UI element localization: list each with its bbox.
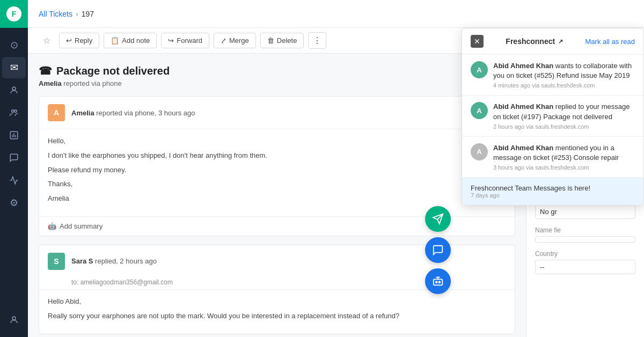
sidebar-bottom [2,309,26,337]
conv-meta-amelia: Amelia reported via phone, 3 hours ago [71,109,195,117]
prop-value-name[interactable] [535,236,635,243]
sidebar-item-chat[interactable] [2,147,26,169]
svg-rect-7 [434,279,443,285]
prop-value-assign2[interactable]: No gr [535,204,635,219]
notif-avatar-2: A [471,102,488,119]
notification-item-3[interactable]: A Abid Ahmed Khan mentioned you in a mes… [462,137,643,178]
fab-container [425,206,451,294]
sidebar-item-tickets[interactable]: ✉ [2,57,26,78]
conv-header-amelia: A Amelia reported via phone, 3 hours ago [39,97,515,129]
fab-bot-button[interactable] [425,268,451,294]
notif-content-2: Abid Ahmed Khan replied to your message … [493,102,635,129]
notif-time-1: 4 minutes ago via sauls.freshdesk.com [493,82,635,89]
ticket-title-section: ☎ Package not delivered Amelia reported … [39,64,515,87]
notification-item-1[interactable]: A Abid Ahmed Khan wants to collaborate w… [462,55,643,96]
prop-field-name: Name fie [535,226,635,243]
reply-icon: ↩ [66,36,72,45]
notif-footer-time: 7 days ago [471,192,635,199]
sidebar-item-home[interactable]: ⊙ [2,34,26,56]
prop-label-country: Country [535,250,635,258]
ticket-subtitle: Amelia reported via phone [39,79,515,87]
notif-avatar-3: A [471,143,488,160]
notif-time-3: 3 hours ago via sauls.freshdesk.com [493,164,635,171]
sidebar-item-settings[interactable]: ⚙ [2,192,26,214]
mark-all-read-button[interactable]: Mark all as read [586,38,635,46]
notification-panel: ✕ Freshconnect ↗ Mark all as read A Abid… [462,28,644,206]
sidebar-item-reports[interactable] [2,124,26,146]
notification-close-button[interactable]: ✕ [471,35,484,48]
delete-button[interactable]: 🗑 Delete [260,33,304,48]
notification-title: Freshconnect ↗ [506,37,563,46]
notification-item-2[interactable]: A Abid Ahmed Khan replied to your messag… [462,96,643,136]
reply-button[interactable]: ↩ Reply [59,33,99,48]
fab-send-button[interactable] [425,206,451,232]
breadcrumb-separator: › [76,10,78,18]
avatar-sara: S [48,253,65,270]
forward-button[interactable]: ↪ Forward [161,33,209,48]
breadcrumb-ticket-number: 197 [82,10,94,18]
conv-body-amelia: Hello, I don't like the earphones you sh… [39,129,515,216]
conv-meta-sara: Sara S replied, 2 hours ago [71,257,157,265]
add-note-button[interactable]: 📋 Add note [104,33,157,48]
ticket-title: ☎ Package not delivered [39,64,515,77]
notification-header: ✕ Freshconnect ↗ Mark all as read [462,28,643,55]
notif-text-2: Abid Ahmed Khan replied to your message … [493,102,635,121]
svg-point-8 [436,281,437,283]
prop-field-country: Country -- [535,250,635,274]
summary-icon: 🤖 [48,222,56,230]
notif-text-1: Abid Ahmed Khan wants to collaborate wit… [493,61,635,80]
svg-point-2 [14,110,17,113]
header-bar: All Tickets › 197 [28,0,644,28]
fab-chat-button[interactable] [425,237,451,263]
sidebar-logo[interactable]: F [0,0,28,28]
notif-footer-text: Freshconnect Team Messages is here! [471,184,635,192]
logo-icon: F [6,6,21,21]
note-icon: 📋 [111,36,119,45]
svg-point-0 [12,87,16,90]
sidebar-item-contacts[interactable] [2,79,26,101]
delete-icon: 🗑 [267,36,274,45]
notif-content-1: Abid Ahmed Khan wants to collaborate wit… [493,61,635,89]
svg-point-9 [438,281,440,283]
svg-point-1 [12,110,14,113]
notif-avatar-1: A [471,61,488,78]
avatar-amelia: A [48,104,65,121]
conv-body-sara: Hello Abid, Really sorry your earphones … [39,289,515,334]
ticket-main: ☎ Package not delivered Amelia reported … [28,54,526,337]
phone-icon: ☎ [39,64,52,77]
external-link-icon: ↗ [558,38,563,45]
notif-content-3: Abid Ahmed Khan mentioned you in a messa… [493,143,635,171]
sidebar-item-analytics[interactable] [2,170,26,191]
svg-point-4 [12,317,16,320]
notif-time-2: 2 hours ago via sauls.freshdesk.com [493,123,635,130]
sidebar-item-profile[interactable] [2,309,26,331]
merge-icon: ⤤ [221,36,226,45]
forward-icon: ↪ [168,36,174,45]
notif-text-3: Abid Ahmed Khan mentioned you in a messa… [493,143,635,163]
breadcrumb: All Tickets › 197 [39,10,94,18]
prop-value-country[interactable]: -- [535,260,635,274]
sidebar-nav: ⊙ ✉ ⚙ [0,30,28,218]
merge-button[interactable]: ⤤ Merge [214,33,256,48]
more-button[interactable]: ⋮ [308,32,326,49]
sidebar: F ⊙ ✉ ⚙ [0,0,28,337]
notification-footer[interactable]: Freshconnect Team Messages is here! 7 da… [462,178,643,205]
breadcrumb-all-tickets[interactable]: All Tickets [39,10,72,18]
star-button[interactable]: ☆ [39,33,55,48]
prop-label-name: Name fie [535,226,635,234]
sidebar-item-groups[interactable] [2,102,26,123]
